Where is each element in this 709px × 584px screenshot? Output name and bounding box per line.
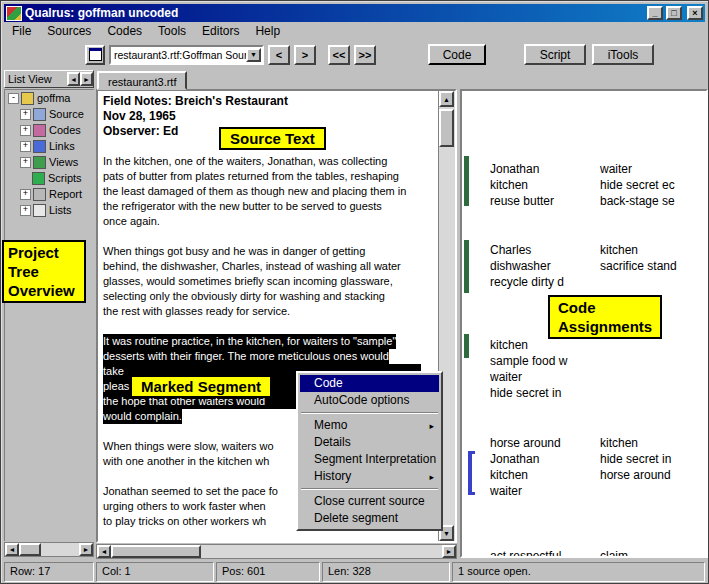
context-menu-item-close-current-source[interactable]: Close current source — [300, 493, 439, 510]
title-bar[interactable]: Qualrus: goffman uncoded _ □ × — [4, 4, 705, 22]
menu-item-tools[interactable]: Tools — [150, 23, 194, 40]
assignment-row[interactable]: horse aroundkitchen — [462, 435, 706, 451]
tree-item-scripts[interactable]: Scripts — [5, 170, 94, 186]
layout-button[interactable] — [85, 45, 105, 65]
document-line: Field Notes: Breich's Restaurant — [103, 94, 438, 109]
assignment-code-right: sacrifice stand — [600, 258, 677, 274]
menu-item-help[interactable]: Help — [247, 23, 288, 40]
assignment-row[interactable]: Jonathanwaiter — [462, 161, 706, 177]
context-menu-item-memo[interactable]: Memo▸ — [300, 417, 439, 434]
context-menu-item-history[interactable]: History▸ — [300, 468, 439, 485]
tree-item-views[interactable]: +Views — [5, 154, 94, 170]
close-button[interactable]: × — [687, 6, 703, 20]
script-button[interactable]: Script — [524, 44, 586, 65]
context-menu-item-autocode-options[interactable]: AutoCode options — [300, 392, 439, 409]
arrow-left-icon: ◄ — [70, 76, 77, 83]
assignment-code-left: dishwasher — [490, 258, 551, 274]
scroll-left-button[interactable]: ◄ — [5, 543, 19, 556]
assignment-code-left: hide secret in — [490, 385, 561, 401]
tree-item-label: Views — [49, 156, 78, 168]
tree-horizontal-scrollbar[interactable]: ◄ ► — [4, 542, 94, 557]
tree-item-links[interactable]: +Links — [5, 138, 94, 154]
assignment-row[interactable]: waiter — [462, 369, 706, 385]
itools-button[interactable]: iTools — [592, 44, 654, 65]
arrow-right-icon: ► — [446, 548, 453, 555]
menu-item-editors[interactable]: Editors — [194, 23, 247, 40]
tree-expander-icon[interactable]: + — [20, 189, 31, 200]
context-menu-item-label: Memo — [314, 418, 347, 432]
code-button[interactable]: Code — [428, 44, 486, 65]
assignment-row[interactable]: sample food w — [462, 353, 706, 369]
scroll-right-button[interactable]: ► — [442, 545, 456, 558]
context-menu-item-details[interactable]: Details — [300, 434, 439, 451]
tree-expander-icon[interactable]: + — [20, 109, 31, 120]
marked-segment-text[interactable]: It was routine practice, in the kitchen,… — [103, 334, 396, 349]
tree-expander-icon[interactable]: + — [20, 125, 31, 136]
combo-dropdown-button[interactable]: ▼ — [246, 48, 261, 62]
tree-scroll-right-button[interactable]: ► — [80, 72, 93, 86]
assignment-code-right: waiter — [600, 161, 632, 177]
assignment-row[interactable]: kitchenhorse around — [462, 467, 706, 483]
nav-fast-forward-button[interactable]: >> — [354, 45, 376, 65]
tree-expander-icon[interactable]: + — [20, 157, 31, 168]
tree-item-codes[interactable]: +Codes — [5, 122, 94, 138]
assignment-row[interactable]: kitchenhide secret ec — [462, 177, 706, 193]
assignment-row[interactable]: waiter — [462, 483, 706, 499]
assignment-row[interactable]: hide secret in — [462, 385, 706, 401]
context-menu-item-label: Details — [314, 435, 351, 449]
context-menu-item-label: Delete segment — [314, 511, 398, 525]
toolbar: restaurant3.rtf:Goffman Sourc ▼ <><<>> C… — [4, 41, 705, 68]
scrollbar-thumb[interactable] — [111, 545, 201, 558]
minimize-button[interactable]: _ — [647, 6, 663, 20]
scrollbar-thumb[interactable] — [439, 109, 454, 147]
assignment-row[interactable]: recycle dirty d — [462, 274, 706, 290]
assignment-code-right: kitchen — [600, 242, 638, 258]
menu-item-file[interactable]: File — [4, 23, 39, 40]
tree-expander-icon[interactable]: + — [20, 205, 31, 216]
context-menu-item-code[interactable]: Code — [300, 375, 439, 392]
scroll-left-button[interactable]: ◄ — [97, 545, 111, 558]
menu-item-sources[interactable]: Sources — [39, 23, 99, 40]
annotation-project-tree: ProjectTreeOverview — [2, 240, 86, 303]
document-line: Nov 28, 1965 — [103, 109, 438, 124]
marked-segment-text[interactable]: desserts with their finger. The more met… — [103, 349, 389, 364]
menu-item-codes[interactable]: Codes — [99, 23, 150, 40]
tree-item-report[interactable]: +Report — [5, 186, 94, 202]
assignment-row[interactable]: Charleskitchen — [462, 242, 706, 258]
arrow-left-icon: ◄ — [9, 546, 16, 553]
scroll-up-button[interactable]: ▲ — [439, 91, 454, 107]
document-line: It was routine practice, in the kitchen,… — [103, 334, 438, 349]
app-window: Qualrus: goffman uncoded _ □ × FileSourc… — [0, 0, 709, 584]
assignment-code-left: kitchen — [490, 467, 528, 483]
tree-expander-icon[interactable]: - — [8, 93, 19, 104]
assignment-row[interactable]: reuse butterback-stage se — [462, 193, 706, 209]
nav-back-button[interactable]: < — [268, 45, 290, 65]
scroll-right-button[interactable]: ► — [79, 543, 93, 556]
scrollbar-thumb[interactable] — [19, 543, 41, 556]
tree-item-lists[interactable]: +Lists — [5, 202, 94, 218]
view-mode-selector[interactable]: List View ◄ ► — [4, 70, 94, 88]
nav-forward-button[interactable]: > — [294, 45, 316, 65]
assignment-row[interactable]: dishwashersacrifice stand — [462, 258, 706, 274]
assignment-row[interactable]: Jonathanhide secret in — [462, 451, 706, 467]
context-menu-item-delete-segment[interactable]: Delete segment — [300, 510, 439, 527]
scripts-icon — [32, 172, 45, 185]
nav-rewind-button[interactable]: << — [328, 45, 350, 65]
tree-scroll-left-button[interactable]: ◄ — [67, 72, 80, 86]
document-tab[interactable]: restaurant3.rtf — [97, 71, 187, 90]
assignment-row[interactable]: act respectfulclaim — [462, 548, 706, 558]
scrollbar-track[interactable] — [111, 545, 442, 558]
context-menu-item-segment-interpretation[interactable]: Segment Interpretation — [300, 451, 439, 468]
tree-expander-icon[interactable]: + — [20, 141, 31, 152]
document-horizontal-scrollbar[interactable]: ◄ ► — [96, 544, 457, 559]
assignment-code-left: Jonathan — [490, 161, 539, 177]
assignment-row[interactable]: kitchen — [462, 337, 706, 353]
submenu-arrow-icon: ▸ — [429, 418, 434, 435]
scrollbar-track[interactable] — [19, 543, 79, 556]
annotation-line: Overview — [8, 281, 80, 300]
maximize-button[interactable]: □ — [666, 6, 682, 20]
tree-item-goffma[interactable]: -goffma — [5, 90, 94, 106]
source-selector-combobox[interactable]: restaurant3.rtf:Goffman Sourc ▼ — [109, 45, 264, 65]
tree-item-source[interactable]: +Source — [5, 106, 94, 122]
marked-segment-text[interactable]: would complain. — [103, 409, 182, 424]
